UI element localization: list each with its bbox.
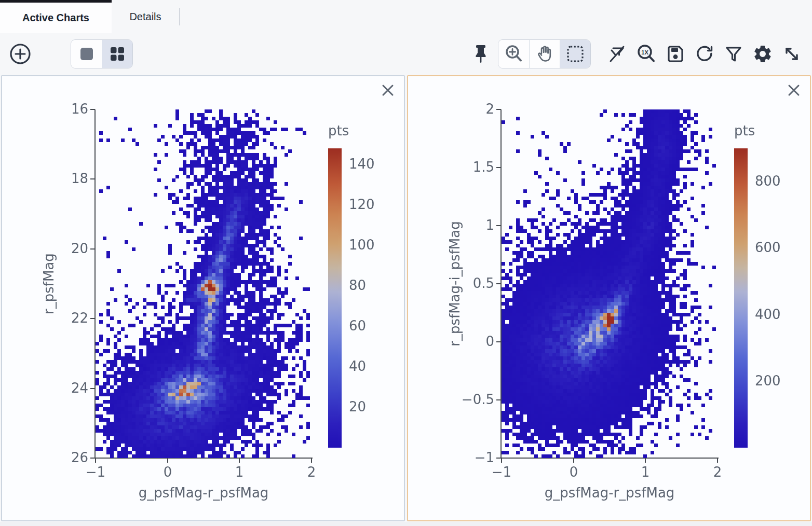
colorbar-tick-label: 40 (349, 358, 366, 374)
pan-hand-icon (535, 44, 554, 64)
close-button[interactable] (785, 81, 803, 99)
colorbar-tick-label: 80 (349, 278, 366, 293)
pin-icon (471, 44, 491, 64)
tab-details[interactable]: Details (112, 0, 179, 33)
x-tick-label: 0 (144, 464, 191, 480)
colorbar (734, 148, 748, 448)
y-tick-label: 26 (42, 450, 88, 465)
grid-2x2-icon (110, 46, 125, 62)
y-tick-label: 1 (448, 217, 494, 233)
y-tick-label: 0.5 (448, 275, 494, 291)
single-pane-icon (79, 46, 94, 62)
y-tick-label: 22 (42, 310, 88, 326)
filter-off-button[interactable] (605, 42, 629, 66)
resize-button[interactable] (780, 42, 804, 66)
single-pane-button[interactable] (71, 40, 102, 68)
zoom-reset-1x-icon: 1X (636, 44, 657, 64)
reset-icon (694, 44, 715, 64)
zoom-in-icon (504, 44, 524, 64)
close-button[interactable] (379, 81, 397, 99)
colorbar-title: pts (328, 123, 349, 139)
y-tick-label: 1.5 (448, 159, 494, 175)
reset-button[interactable] (693, 42, 716, 66)
colorbar-tick-label: 100 (349, 237, 375, 253)
zoom-in-button[interactable] (498, 40, 529, 68)
zoom-reset-button[interactable]: 1X (634, 42, 658, 66)
colorbar-tick-label: 120 (349, 197, 375, 212)
y-tick-label: 20 (42, 241, 88, 256)
colorbar-title: pts (734, 123, 755, 139)
close-icon (381, 83, 395, 98)
tab-bar: Active Charts Details (0, 0, 812, 33)
bottom-strip (0, 522, 812, 526)
close-icon (787, 83, 801, 98)
colorbar-tick-label: 140 (349, 156, 375, 172)
svg-text:1X: 1X (641, 49, 648, 56)
circle-plus-icon (9, 43, 31, 65)
x-tick-label: 1 (216, 464, 263, 480)
toolbar: 1X (0, 33, 812, 75)
x-tick-label: 1 (622, 464, 669, 480)
y-tick-label: 24 (42, 380, 88, 396)
y-tick-label: −1 (448, 450, 494, 465)
filter-off-icon (607, 44, 628, 64)
colorbar (328, 148, 342, 448)
y-tick-label: 18 (42, 171, 88, 186)
y-tick-label: 16 (42, 101, 88, 117)
chart-panels: r_psfMag g_psfMag-r_psfMag pts 161820222… (1, 75, 811, 521)
grid-view-button[interactable] (102, 40, 132, 68)
pin-button[interactable] (469, 42, 493, 66)
colorbar-tick-label: 600 (755, 240, 781, 255)
x-tick-label: 0 (550, 464, 597, 480)
add-chart-button[interactable] (8, 42, 32, 66)
y-tick-label: 2 (448, 101, 494, 117)
x-axis-label: g_psfMag-r_psfMag (96, 485, 312, 501)
chart-panel: r_psfMag-i_psfMag g_psfMag-r_psfMag pts … (407, 75, 811, 521)
box-select-button[interactable] (560, 40, 590, 68)
settings-button[interactable] (751, 42, 775, 66)
save-button[interactable] (664, 42, 687, 66)
x-axis-label: g_psfMag-r_psfMag (502, 485, 718, 501)
colorbar-tick-label: 20 (349, 399, 366, 414)
tab-separator (179, 8, 180, 25)
x-tick-label: −1 (478, 464, 525, 480)
y-tick-label: −0.5 (448, 392, 494, 407)
colorbar-tick-label: 800 (755, 173, 781, 189)
tab-active-charts[interactable]: Active Charts (0, 0, 112, 33)
save-icon (665, 44, 686, 64)
y-axis-label: r_psfMag (41, 253, 57, 314)
y-axis-label-wrap: r_psfMag (33, 109, 64, 458)
settings-icon (752, 44, 773, 64)
filter-icon (724, 44, 743, 64)
x-tick-label: 2 (694, 464, 741, 480)
x-tick-label: −1 (72, 464, 119, 480)
colorbar-tick-label: 400 (755, 307, 781, 322)
pan-button[interactable] (529, 40, 560, 68)
y-tick-label: 0 (448, 334, 494, 349)
nav-tool-group (498, 39, 591, 68)
x-tick-label: 2 (288, 464, 335, 480)
layout-toggle-group (71, 39, 133, 68)
toolbar-right: 1X (469, 39, 804, 68)
chart-panel: r_psfMag g_psfMag-r_psfMag pts 161820222… (1, 75, 405, 521)
box-select-icon (565, 44, 585, 64)
filter-button[interactable] (722, 42, 746, 66)
colorbar-tick-label: 60 (349, 318, 366, 334)
colorbar-tick-label: 200 (755, 373, 781, 389)
resize-diagonal-icon (782, 44, 802, 64)
